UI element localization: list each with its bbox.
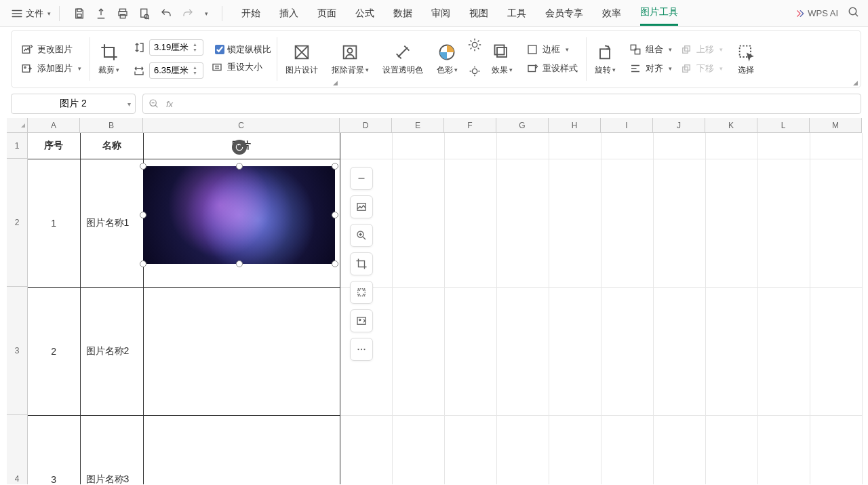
cell-k3[interactable] xyxy=(705,287,757,415)
name-box[interactable]: ▾ xyxy=(11,94,136,114)
select-all-corner[interactable] xyxy=(7,118,28,133)
zoom-out-icon[interactable] xyxy=(149,98,159,109)
save-icon[interactable] xyxy=(73,7,85,20)
resize-handle-e[interactable] xyxy=(332,212,338,218)
resize-handle-sw[interactable] xyxy=(140,260,146,267)
ribbon-expand-icon[interactable]: ◢ xyxy=(853,79,858,86)
cell-m2[interactable] xyxy=(810,159,862,287)
col-header-e[interactable]: E xyxy=(392,118,444,133)
wps-ai-button[interactable]: WPS AI xyxy=(795,8,838,18)
cell-f1[interactable] xyxy=(444,133,496,159)
remove-bg-button[interactable]: 抠除背景 ▾ xyxy=(325,35,376,83)
cell-e3[interactable] xyxy=(392,287,444,415)
cell-b2[interactable]: 图片名称1 xyxy=(80,159,143,287)
row-header-1[interactable]: 1 xyxy=(7,133,28,159)
cell-m3[interactable] xyxy=(810,287,862,415)
cell-a3[interactable]: 2 xyxy=(28,287,80,415)
col-header-i[interactable]: I xyxy=(601,118,653,133)
cell-f3[interactable] xyxy=(444,287,496,415)
col-header-f[interactable]: F xyxy=(444,118,496,133)
resize-handle-n[interactable] xyxy=(236,163,243,170)
cell-e1[interactable] xyxy=(392,133,444,159)
cell-i2[interactable] xyxy=(601,159,653,287)
brightness-up-icon[interactable] xyxy=(467,37,482,54)
undo-icon[interactable] xyxy=(160,7,172,20)
print-preview-icon[interactable] xyxy=(138,7,151,20)
cell-k2[interactable] xyxy=(705,159,757,287)
cell-j3[interactable] xyxy=(653,287,705,415)
tab-start[interactable]: 开始 xyxy=(241,2,260,25)
cell-h1[interactable] xyxy=(549,133,601,159)
float-replace-button[interactable] xyxy=(350,309,373,332)
cell-c3[interactable] xyxy=(143,287,340,415)
resize-handle-w[interactable] xyxy=(140,212,146,218)
col-header-m[interactable]: M xyxy=(810,118,862,133)
cell-j2[interactable] xyxy=(653,159,705,287)
float-more-button[interactable] xyxy=(350,338,373,361)
tab-view[interactable]: 视图 xyxy=(469,2,488,25)
float-zoom-in-button[interactable] xyxy=(350,224,373,247)
cell-l3[interactable] xyxy=(757,287,810,415)
upload-icon[interactable] xyxy=(95,7,107,20)
select-button[interactable]: 选择 xyxy=(730,35,762,83)
cell-g3[interactable] xyxy=(496,287,549,415)
cell-i3[interactable] xyxy=(601,287,653,415)
resize-handle-s[interactable] xyxy=(236,260,243,267)
align-button[interactable]: 对齐 ▾ xyxy=(627,61,675,76)
selected-image[interactable] xyxy=(143,166,335,264)
cell-d1[interactable] xyxy=(340,133,392,159)
float-crop-button[interactable] xyxy=(350,252,373,275)
name-box-input[interactable] xyxy=(12,98,135,109)
set-transparent-button[interactable]: 设置透明色 xyxy=(376,35,430,83)
cell-b1[interactable]: 名称 xyxy=(80,133,143,159)
tab-formula[interactable]: 公式 xyxy=(355,2,374,25)
col-header-c[interactable]: C xyxy=(143,118,340,133)
tab-data[interactable]: 数据 xyxy=(393,2,412,25)
float-zoom-out-button[interactable] xyxy=(350,167,373,190)
redo-icon[interactable] xyxy=(182,7,194,20)
col-header-h[interactable]: H xyxy=(549,118,601,133)
crop-button[interactable]: 裁剪 ▾ xyxy=(92,35,126,83)
resize-handle-nw[interactable] xyxy=(140,163,146,170)
more-icon[interactable]: ▾ xyxy=(203,10,208,17)
cell-k4[interactable] xyxy=(705,415,757,484)
col-header-a[interactable]: A xyxy=(28,118,80,133)
cell-a1[interactable]: 序号 xyxy=(28,133,80,159)
cell-i1[interactable] xyxy=(601,133,653,159)
print-icon[interactable] xyxy=(117,7,129,20)
cell-g1[interactable] xyxy=(496,133,549,159)
col-header-k[interactable]: K xyxy=(705,118,757,133)
col-header-j[interactable]: J xyxy=(653,118,705,133)
cell-f4[interactable] xyxy=(444,415,496,484)
cell-h4[interactable] xyxy=(549,415,601,484)
tab-page[interactable]: 页面 xyxy=(317,2,336,25)
image-rotate-handle[interactable] xyxy=(232,140,247,155)
lock-ratio-input[interactable] xyxy=(215,45,224,54)
cell-j1[interactable] xyxy=(653,133,705,159)
tab-member[interactable]: 会员专享 xyxy=(545,2,583,25)
cell-h2[interactable] xyxy=(549,159,601,287)
cell-m1[interactable] xyxy=(810,133,862,159)
width-spinner[interactable]: ▲▼ xyxy=(190,65,200,76)
tab-efficiency[interactable]: 效率 xyxy=(602,2,621,25)
cell-g2[interactable] xyxy=(496,159,549,287)
row-header-3[interactable]: 3 xyxy=(7,287,28,415)
effect-button[interactable]: 效果 ▾ xyxy=(485,35,519,83)
row-header-2[interactable]: 2 xyxy=(7,159,28,287)
ribbon-expand-icon[interactable]: ◢ xyxy=(333,79,338,86)
group-button[interactable]: 组合 ▾ xyxy=(627,42,675,57)
row-header-4[interactable]: 4 xyxy=(7,415,28,484)
col-header-l[interactable]: L xyxy=(757,118,810,133)
search-icon[interactable] xyxy=(848,6,860,20)
cell-c4[interactable] xyxy=(143,415,340,484)
float-image-button[interactable] xyxy=(350,195,373,218)
reset-style-button[interactable]: 重设样式 xyxy=(524,61,580,76)
change-picture-button[interactable]: 更改图片 xyxy=(18,42,84,57)
fx-icon[interactable]: fx xyxy=(166,99,173,109)
cell-b3[interactable]: 图片名称2 xyxy=(80,287,143,415)
cell-d4[interactable] xyxy=(340,415,392,484)
cell-l2[interactable] xyxy=(757,159,810,287)
cell-k1[interactable] xyxy=(705,133,757,159)
float-fitcell-button[interactable] xyxy=(350,281,373,304)
lock-ratio-checkbox[interactable]: 锁定纵横比 xyxy=(215,43,271,56)
